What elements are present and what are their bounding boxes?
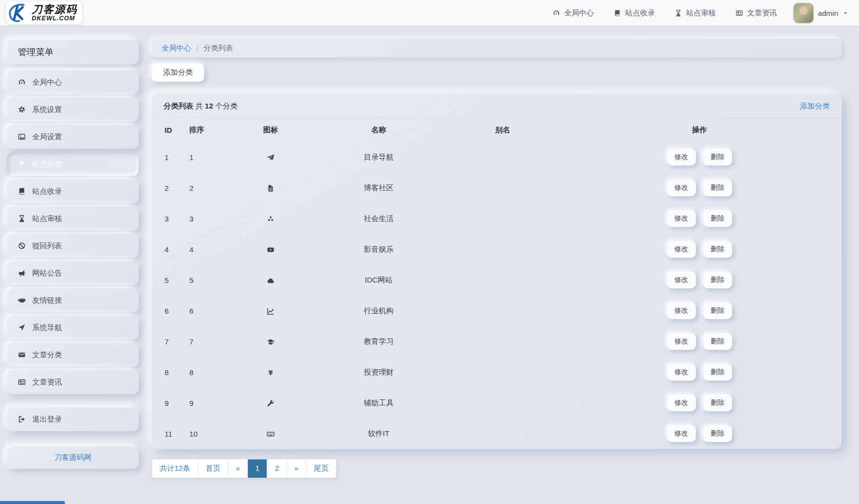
table-body: 1 1 目录导航 修改 删除 2 2 博客社区 修改 删除 3 3 社会生活 — [152, 142, 842, 449]
card-count-prefix: 共 — [195, 102, 203, 110]
sidebar-item-sign-out[interactable]: 退出登录 — [7, 407, 139, 431]
cell-icon — [232, 418, 309, 449]
pagination: 共计12条首页«12»尾页 — [152, 459, 337, 478]
wrench-icon — [267, 399, 275, 407]
delete-button[interactable]: 删除 — [703, 149, 732, 166]
table-row: 1 1 目录导航 修改 删除 — [152, 142, 842, 172]
cell-icon — [232, 326, 309, 357]
brand-domain: DKEWL.COM — [32, 15, 77, 22]
delete-button[interactable]: 删除 — [703, 394, 732, 411]
add-category-link[interactable]: 添加分类 — [800, 102, 830, 111]
cell-id: 7 — [152, 326, 182, 357]
sidebar-item-envelope[interactable]: 文章分类 — [7, 343, 139, 367]
cell-name: 影音娱乐 — [309, 234, 448, 265]
card-count: 12 — [205, 102, 213, 110]
edit-button[interactable]: 修改 — [667, 210, 696, 227]
sidebar-item-label: 驳回列表 — [32, 241, 62, 251]
sidebar-item-location-arrow[interactable]: 系统导航 — [7, 316, 139, 339]
delete-button[interactable]: 删除 — [703, 210, 732, 227]
breadcrumb-link[interactable]: 全局中心 — [162, 44, 191, 53]
username: admin — [818, 9, 838, 17]
edit-button[interactable]: 修改 — [667, 394, 696, 411]
add-category-button[interactable]: 添加分类 — [152, 63, 204, 82]
sidebar-item-newspaper[interactable]: 文章资讯 — [7, 370, 139, 394]
sidebar-item-label: 退出登录 — [32, 415, 62, 424]
pagination-page-2[interactable]: 2 — [267, 459, 286, 478]
sidebar-item-image[interactable]: 全局设置 — [7, 125, 139, 149]
edit-button[interactable]: 修改 — [667, 179, 696, 196]
top-nav-item-newspaper[interactable]: 文章资讯 — [736, 8, 777, 18]
brand-text: 刀客源码 DKEWL.COM — [32, 4, 77, 22]
cell-name: 软件IT — [309, 418, 448, 449]
paper-plane-icon — [267, 154, 275, 162]
edit-button[interactable]: 修改 — [667, 241, 696, 258]
pagination-next[interactable]: » — [287, 459, 306, 478]
sidebar-item-label: 全局中心 — [32, 78, 62, 87]
top-nav-item-hourglass[interactable]: 站点审核 — [675, 8, 716, 18]
sidebar-item-book[interactable]: 站点收录 — [7, 179, 139, 203]
delete-button[interactable]: 删除 — [703, 425, 732, 442]
edit-button[interactable]: 修改 — [667, 333, 696, 350]
cell-id: 4 — [152, 234, 182, 265]
sidebar-item-dashboard[interactable]: 全局中心 — [7, 70, 139, 94]
cell-icon — [232, 142, 309, 172]
column-header-4: 名称 — [309, 118, 448, 142]
category-table: ID排序图标名称别名操作 1 1 目录导航 修改 删除 2 2 博客社区 修改 … — [152, 118, 842, 449]
sidebar-item-label: 全局设置 — [32, 132, 62, 142]
table-row: 8 8 ¥ 投资理财 修改 删除 — [152, 357, 842, 388]
pagination-page-1[interactable]: 1 — [248, 459, 267, 478]
cell-sort: 9 — [182, 388, 232, 418]
hourglass-icon — [675, 9, 682, 17]
pagination-last[interactable]: 尾页 — [306, 459, 336, 478]
brand-logo[interactable]: 刀客源码 DKEWL.COM — [6, 1, 82, 24]
delete-button[interactable]: 删除 — [703, 241, 732, 258]
top-nav-item-dashboard[interactable]: 全局中心 — [553, 8, 594, 18]
cell-actions: 修改 删除 — [557, 326, 842, 357]
sidebar-menu: 全局中心 系统设置 全局设置 站点分类 站点收录 站点审核 驳回列表 网站公告 … — [7, 70, 139, 431]
top-nav-item-label: 站点收录 — [625, 8, 655, 18]
delete-button[interactable]: 删除 — [703, 179, 732, 196]
sidebar-item-handshake[interactable]: 友情链接 — [7, 288, 139, 312]
edit-button[interactable]: 修改 — [667, 302, 696, 319]
sidebar-item-ban[interactable]: 驳回列表 — [7, 234, 139, 258]
edit-button[interactable]: 修改 — [667, 272, 696, 288]
cell-name: 投资理财 — [309, 357, 448, 388]
delete-button[interactable]: 删除 — [703, 364, 732, 381]
sidebar-item-gear[interactable]: 系统设置 — [7, 98, 139, 121]
column-header-5: 别名 — [448, 118, 557, 142]
cell-icon: ¥ — [232, 357, 309, 388]
table-row: 4 4 影音娱乐 修改 删除 — [152, 234, 842, 265]
edit-button[interactable]: 修改 — [667, 149, 696, 166]
user-menu[interactable]: admin — [794, 3, 848, 23]
cell-id: 6 — [152, 295, 182, 326]
card-title: 分类列表 共 12 个分类 — [164, 102, 237, 111]
cell-actions: 修改 删除 — [557, 295, 842, 326]
edit-button[interactable]: 修改 — [667, 425, 696, 442]
cell-sort: 7 — [182, 326, 232, 357]
delete-button[interactable]: 删除 — [703, 272, 732, 288]
main-content: 全局中心 / 分类列表 添加分类 分类列表 共 12 个分类 添加分类 ID排序… — [152, 39, 842, 478]
cell-actions: 修改 删除 — [557, 142, 842, 172]
pagination-prev[interactable]: « — [229, 459, 248, 478]
sidebar-item-hourglass[interactable]: 站点审核 — [7, 207, 139, 230]
edit-button[interactable]: 修改 — [667, 364, 696, 381]
graduation-cap-icon — [267, 338, 275, 346]
card-title-text: 分类列表 — [164, 102, 193, 110]
admin-avatar[interactable] — [794, 3, 813, 23]
cell-sort: 4 — [182, 234, 232, 265]
dashboard-icon — [553, 9, 560, 17]
delete-button[interactable]: 删除 — [703, 333, 732, 350]
cell-name: 行业机构 — [309, 295, 448, 326]
cell-alias — [448, 234, 557, 265]
cell-alias — [448, 203, 557, 234]
yen-icon: ¥ — [267, 369, 275, 377]
cell-actions: 修改 删除 — [557, 265, 842, 295]
top-nav-item-book[interactable]: 站点收录 — [614, 8, 655, 18]
table-head: ID排序图标名称别名操作 — [152, 118, 842, 142]
delete-button[interactable]: 删除 — [703, 302, 732, 319]
pagination-first[interactable]: 首页 — [198, 459, 229, 478]
sidebar-footer-link[interactable]: 刀客源码网 — [7, 447, 139, 469]
sidebar-item-bullhorn[interactable]: 网站公告 — [7, 261, 139, 285]
cell-alias — [448, 295, 557, 326]
sidebar-item-signpost[interactable]: 站点分类 — [7, 152, 139, 176]
